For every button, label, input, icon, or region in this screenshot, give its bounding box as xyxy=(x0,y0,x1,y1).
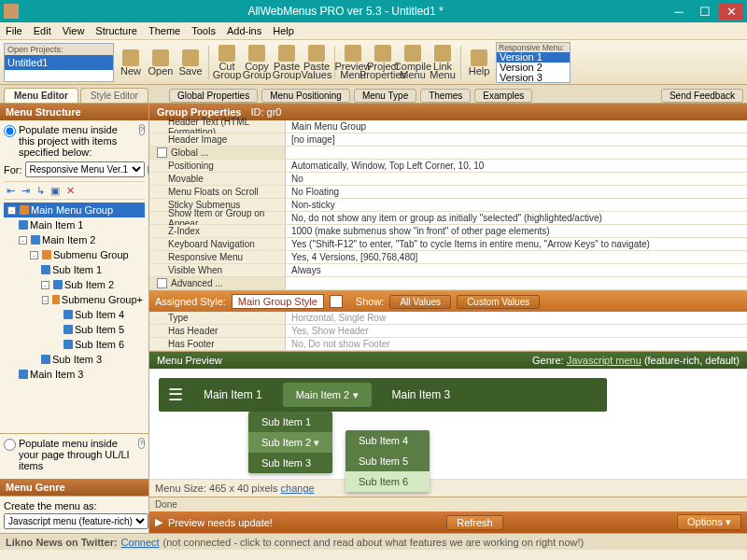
compile-menu-button[interactable]: Compile Menu xyxy=(398,43,428,82)
delete-icon[interactable]: ✕ xyxy=(63,184,77,197)
sub-item[interactable]: Sub Item 1 xyxy=(248,412,332,432)
pill-examples[interactable]: Examples xyxy=(474,89,532,103)
add-before-icon[interactable]: ⇤ xyxy=(4,184,17,197)
menu-tools[interactable]: Tools xyxy=(191,25,216,36)
link-menu-button[interactable]: Link Menu xyxy=(428,43,458,82)
tree-node[interactable]: -Main Item 2 xyxy=(4,232,145,247)
property-row[interactable]: Keyboard NavigationYes ("Shift-F12" to e… xyxy=(149,238,747,251)
cut-group-button[interactable]: Cut Group xyxy=(212,43,242,82)
property-row[interactable]: PositioningAutomatically, Window, Top Le… xyxy=(149,160,747,173)
property-row[interactable]: Has HeaderYes, Show Header xyxy=(149,325,747,338)
menu-theme[interactable]: Theme xyxy=(148,25,180,36)
main-item[interactable]: Main Item 2 ▾ xyxy=(283,383,372,407)
radio-icon[interactable] xyxy=(4,125,16,137)
main-item[interactable]: Main Item 1 xyxy=(190,383,275,407)
sub-item[interactable]: Sub Item 4 xyxy=(345,430,430,451)
responsive-item[interactable]: Version 1 xyxy=(497,52,570,63)
tree-node[interactable]: -Submenu Group xyxy=(4,247,145,262)
expand-icon[interactable]: - xyxy=(7,206,16,215)
tree-node[interactable]: Sub Item 5 xyxy=(4,322,145,337)
tree-node[interactable]: Sub Item 3 xyxy=(4,352,145,367)
help-icon[interactable]: ? xyxy=(139,124,145,135)
all-values-button[interactable]: All Values xyxy=(389,295,451,309)
style-picker-icon[interactable] xyxy=(330,295,343,308)
properties-grid[interactable]: Header Text (HTML Formatting)Main Menu G… xyxy=(149,120,747,291)
property-row[interactable]: MovableNo xyxy=(149,173,747,186)
menu-file[interactable]: File xyxy=(6,25,22,36)
tree-node[interactable]: -Sub Item 2 xyxy=(4,277,145,292)
property-row[interactable]: Z-Index1000 (make submenus show "in fron… xyxy=(149,225,747,238)
tool-icon[interactable]: ▣ xyxy=(49,184,62,197)
pill-menu-positioning[interactable]: Menu Positioning xyxy=(261,89,350,103)
maximize-button[interactable]: ☐ xyxy=(693,3,717,20)
pill-themes[interactable]: Themes xyxy=(420,89,471,103)
pill-global-properties[interactable]: Global Properties xyxy=(169,89,258,103)
options-button[interactable]: Options ▾ xyxy=(677,514,741,530)
tree-node[interactable]: Sub Item 6 xyxy=(4,337,145,352)
expand-icon[interactable]: - xyxy=(30,251,38,259)
send-feedback-button[interactable]: Send Feedback xyxy=(661,89,743,103)
property-row[interactable]: Menu Floats on ScrollNo Floating xyxy=(149,186,747,199)
genre-select[interactable]: Javascript menu (feature-rich) xyxy=(4,513,148,529)
minimize-button[interactable]: ─ xyxy=(667,3,691,20)
style-properties-grid[interactable]: TypeHorizontal, Single RowHas HeaderYes,… xyxy=(149,312,747,352)
expand-icon[interactable]: - xyxy=(19,236,27,245)
tab-menu-editor[interactable]: Menu Editor xyxy=(4,88,78,103)
save-button[interactable]: Save xyxy=(176,43,205,82)
main-item[interactable]: Main Item 3 xyxy=(379,383,464,407)
sub-item[interactable]: Sub Item 2 ▾ xyxy=(248,432,332,453)
help-icon[interactable]: ? xyxy=(148,164,148,175)
copy-group-button[interactable]: Copy Group xyxy=(242,43,272,82)
populate-project-radio[interactable]: Populate menu inside this project with i… xyxy=(4,124,145,158)
sub-item[interactable]: Sub Item 5 xyxy=(345,451,430,471)
responsive-item[interactable]: Version 2 xyxy=(497,63,570,73)
help-icon[interactable]: ? xyxy=(138,438,145,449)
property-row[interactable]: Global ... xyxy=(149,147,747,160)
paste-group-button[interactable]: Paste Group xyxy=(272,43,302,82)
refresh-button[interactable]: Refresh xyxy=(446,515,503,530)
paste-values-button[interactable]: Paste Values xyxy=(302,43,331,82)
add-child-icon[interactable]: ↳ xyxy=(34,184,47,197)
property-row[interactable]: TypeHorizontal, Single Row xyxy=(149,312,747,325)
sub-item[interactable]: Sub Item 6 xyxy=(345,471,430,492)
open-project-item[interactable]: Untitled1 xyxy=(5,55,113,70)
responsive-item[interactable]: Version 3 xyxy=(497,73,570,83)
hamburger-icon[interactable]: ☰ xyxy=(168,385,183,405)
menu-add-ins[interactable]: Add-ins xyxy=(227,25,261,36)
property-row[interactable]: Visible WhenAlways xyxy=(149,264,747,277)
radio-icon[interactable] xyxy=(4,439,16,451)
change-size-link[interactable]: change xyxy=(281,483,315,494)
menu-help[interactable]: Help xyxy=(273,25,294,36)
tree-node[interactable]: Main Item 3 xyxy=(4,367,145,382)
property-row[interactable]: Responsive MenuYes, 4 Versions, [960,768… xyxy=(149,251,747,264)
tree-node[interactable]: -Main Menu Group xyxy=(4,203,145,217)
expand-icon[interactable]: - xyxy=(41,281,49,289)
tree-node[interactable]: Sub Item 4 xyxy=(4,307,145,322)
sub-item[interactable]: Sub Item 3 xyxy=(248,453,332,473)
new-button[interactable]: New xyxy=(116,43,146,82)
tree-node[interactable]: -Submenu Group+ xyxy=(4,292,145,307)
add-after-icon[interactable]: ⇥ xyxy=(19,184,32,197)
property-row[interactable]: Advanced ... xyxy=(149,277,747,290)
property-row[interactable]: Show Item or Group on AppearNo, do not s… xyxy=(149,212,747,225)
menu-tree[interactable]: -Main Menu GroupMain Item 1-Main Item 2-… xyxy=(4,203,145,382)
tree-node[interactable]: Sub Item 1 xyxy=(4,262,145,277)
pill-menu-type[interactable]: Menu Type xyxy=(354,89,416,103)
menu-view[interactable]: View xyxy=(63,25,85,36)
connect-link[interactable]: Connect xyxy=(121,537,160,548)
property-row[interactable]: Header Image[no image] xyxy=(149,133,747,147)
property-row[interactable]: Has FooterNo, Do not show Footer xyxy=(149,338,747,351)
genre-link[interactable]: Javascript menu xyxy=(567,355,641,366)
help-button[interactable]: Help xyxy=(464,43,494,82)
assigned-style-value[interactable]: Main Group Style xyxy=(232,294,324,309)
open-button[interactable]: Open xyxy=(146,43,176,82)
close-button[interactable]: ✕ xyxy=(719,3,743,20)
populate-ul-radio[interactable]: Populate menu inside your page through U… xyxy=(4,438,145,471)
tab-style-editor[interactable]: Style Editor xyxy=(80,88,148,103)
for-select[interactable]: Responsive Menu Ver.1 xyxy=(25,161,145,177)
expand-icon[interactable]: - xyxy=(42,296,49,304)
menu-edit[interactable]: Edit xyxy=(34,25,51,36)
property-row[interactable]: Header Text (HTML Formatting)Main Menu G… xyxy=(149,120,747,133)
menu-structure[interactable]: Structure xyxy=(95,25,137,36)
responsive-menu-list[interactable]: Responsive Menu: Version 1 Version 2 Ver… xyxy=(496,42,571,83)
